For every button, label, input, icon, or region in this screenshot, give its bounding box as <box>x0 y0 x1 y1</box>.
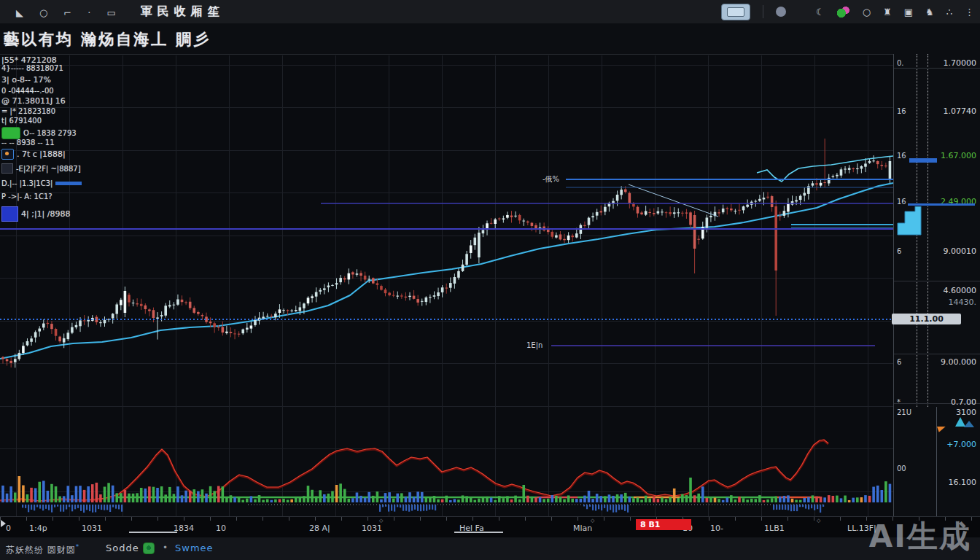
moon-icon[interactable]: ☾ <box>816 7 825 17</box>
kebab-icon[interactable]: ⋮ <box>965 7 974 17</box>
image-chip-button[interactable] <box>721 4 750 20</box>
axis-tick: 16 <box>897 106 906 117</box>
axis-value: 3100 <box>956 408 976 418</box>
knight-icon[interactable]: ♞ <box>925 7 934 17</box>
status-link[interactable]: Swmee <box>175 542 214 553</box>
price-axis-label: 0.1.70000 <box>894 58 980 69</box>
time-axis-label: 1:4p <box>29 524 47 533</box>
tray-icon[interactable]: ▭ <box>106 8 115 18</box>
legend-row-text: t| 6791400 <box>1 117 42 125</box>
time-axis-label: 10 <box>216 524 226 533</box>
axis-value: 4.60000 <box>944 286 977 296</box>
current-price-label: 11.1.00 <box>892 314 961 324</box>
axis-tick: 16 <box>897 197 906 207</box>
time-axis[interactable]: 01:4p103118341028 A|1031Hel FaMlan1010-1… <box>0 516 980 539</box>
legend-row-text: -E|2|F2F| ~|8887] <box>16 165 81 173</box>
axis-blue-bar <box>909 158 937 163</box>
price-axis-label: 69.00010 <box>894 246 980 257</box>
status-left-text: 苏妖然纷 圆财圆* <box>6 543 79 556</box>
legend-row-text: P ->|- A: 1C1? <box>1 192 52 201</box>
shield-icon <box>143 542 155 554</box>
time-axis-label: 0 <box>6 524 11 533</box>
cyan-step-shape <box>895 206 925 236</box>
minimize-icon[interactable]: ⌐ <box>63 8 71 18</box>
trading-app-window: ◣○⌐·▭ 軍民收厢笙 ☾○♜▣♞∴⋮ 藝以有均 瀚炀自海丄 賙彡 -俄%1E|… <box>0 0 980 560</box>
axis-value: 1.07740 <box>944 106 977 117</box>
price-axis-label: 161.67.000 <box>894 151 980 161</box>
axis-value: 1.67.000 <box>941 151 976 161</box>
legend-row-text: = |* 21823180 <box>1 107 55 115</box>
toolbar-divider <box>763 5 763 18</box>
time-axis-label: 10- <box>710 524 723 533</box>
level-line-label: -俄% <box>542 175 559 183</box>
axis-value: 16.100 <box>949 478 977 488</box>
top-toolbar: ◣○⌐·▭ 軍民收厢笙 ☾○♜▣♞∴⋮ <box>0 0 980 24</box>
level-line-label: 1E|n <box>526 341 542 350</box>
green-indicator-icon <box>1 127 20 139</box>
play-arrow-icon[interactable] <box>1 520 6 527</box>
teal-mountain-icon <box>964 421 974 427</box>
legend-row: t| 6791400 <box>1 117 42 125</box>
time-axis-label: 1LB1 <box>764 524 785 533</box>
axis-value: 1.70000 <box>944 58 977 69</box>
axis-separator <box>894 354 980 354</box>
axis-value: 9.00.000 <box>941 357 976 368</box>
time-ticks <box>0 517 980 521</box>
axis-value: 9.00010 <box>944 246 977 257</box>
axis-tick: 6 <box>897 357 901 368</box>
dot-icon[interactable]: · <box>88 8 90 18</box>
rook-icon[interactable]: ♜ <box>883 7 892 17</box>
legend-row: 0 -04444--.-00 <box>1 87 54 95</box>
price-axis-label: 14430. <box>894 298 980 308</box>
toolbar-menu-text: 軍民收厢笙 <box>141 4 225 20</box>
legend-row: 3| o-8-- 17% <box>1 75 51 85</box>
grid-box-icon[interactable]: ▣ <box>904 7 913 17</box>
price-axis-label: 161.07740 <box>894 106 980 117</box>
price-axis-label: 4.60000 <box>894 286 980 296</box>
sub-histogram <box>22 505 824 513</box>
toolbar-icon-group: ☾○♜▣♞∴⋮ <box>816 6 974 18</box>
legend-row[interactable]: -E|2|F2F| ~|8887] <box>1 163 81 174</box>
axis-tick: 21U <box>897 408 911 418</box>
price-axis-label: 16.100 <box>894 478 980 488</box>
circle-outline-icon[interactable]: ○ <box>863 7 871 17</box>
legend-row: 4}----- 88318071 <box>1 64 63 72</box>
status-source-text: Sodde <box>106 542 139 553</box>
legend-row-text: 3| o-8-- 17% <box>1 75 51 85</box>
legend-row-text: @ 71.38011J 16 <box>1 96 66 106</box>
legend-row-text: 0 -04444--.-00 <box>1 87 54 95</box>
axis-underline <box>129 532 177 533</box>
axis-diamond-marker: ◇ <box>817 518 820 524</box>
axis-tick: 0. <box>897 58 904 69</box>
dots-icon[interactable]: ∴ <box>946 7 952 17</box>
axis-tick: 00 <box>897 464 906 474</box>
axis-separator <box>894 281 980 281</box>
status-dot-icon <box>776 7 786 17</box>
axis-value: +7.000 <box>946 440 976 450</box>
ai-watermark: AI生成 <box>869 516 971 557</box>
axis-tick: 6 <box>897 246 901 257</box>
blue-square-icon <box>1 206 18 222</box>
price-axis[interactable]: 0.1.70000161.07740161.67.000162.49.00069… <box>893 54 980 516</box>
blue-bar-icon <box>55 182 82 185</box>
dark-box-icon <box>1 163 13 174</box>
time-axis-label: 1031 <box>82 524 102 533</box>
circle-icon[interactable]: ○ <box>39 8 47 18</box>
legend-row-text: O-- 1838 2793 <box>23 129 77 137</box>
legend-row: @ 71.38011J 16 <box>1 96 66 106</box>
logo-icon[interactable] <box>837 6 850 18</box>
legend-row[interactable]: . 7t c |1888| <box>1 149 66 160</box>
image-chip-icon <box>727 7 744 17</box>
orange-arrow-icon <box>937 424 946 432</box>
axis-tick: 16 <box>897 151 906 161</box>
main-chart[interactable]: -俄%1E|n <box>0 54 893 517</box>
legend-row[interactable]: O-- 1838 2793 <box>1 127 77 139</box>
time-axis-label: Mlan <box>573 524 592 533</box>
pointer-icon[interactable]: ◣ <box>16 8 23 18</box>
legend-row[interactable]: D.|-- |1.3|1C3| <box>1 179 82 187</box>
toolbar-left-icons: ◣○⌐·▭ <box>0 5 116 19</box>
chart-canvas[interactable]: -俄%1E|n <box>0 55 893 517</box>
toolbar-right-icons: ☾○♜▣♞∴⋮ <box>721 0 974 23</box>
axis-blue-bar <box>908 203 975 206</box>
legend-row[interactable]: 4| ;|1| /8988 <box>1 206 71 222</box>
